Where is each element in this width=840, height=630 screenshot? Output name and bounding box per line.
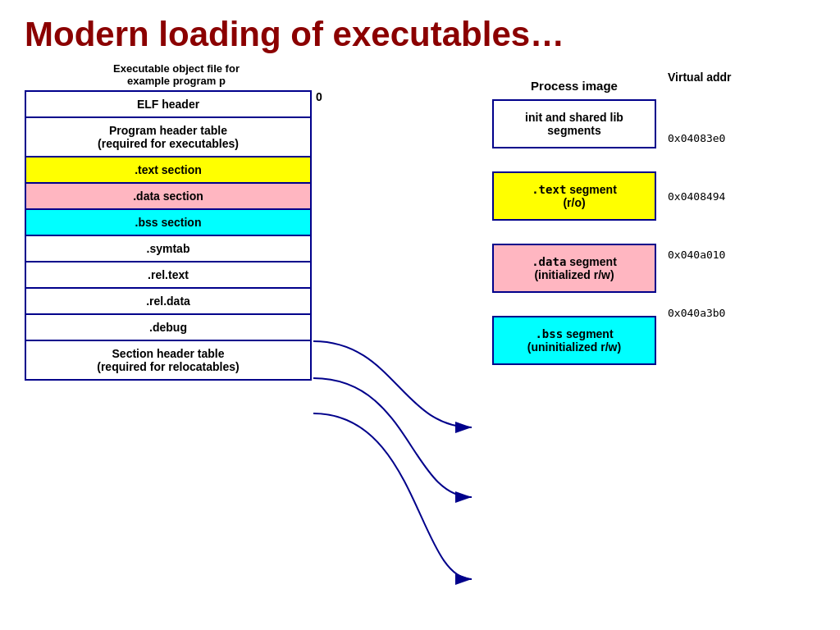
process-image-label: Process image bbox=[492, 79, 656, 93]
vaddr-label: Virtual addr bbox=[668, 71, 732, 84]
elf-row-debug: .debug bbox=[26, 315, 310, 341]
elf-file-column: Executable object file for example progr… bbox=[25, 62, 328, 381]
elf-row-bss: .bss section bbox=[26, 210, 310, 236]
process-box-text: .text segment(r/o) bbox=[492, 171, 656, 221]
vaddr-val-2: 0x040a010 bbox=[668, 249, 732, 261]
vaddr-val-0: 0x04083e0 bbox=[668, 132, 732, 144]
process-box-bss: .bss segment(uninitialized r/w) bbox=[492, 316, 656, 365]
zero-label: 0 bbox=[316, 90, 322, 103]
elf-row-sht: Section header table(required for reloca… bbox=[26, 341, 310, 379]
elf-row-data: .data section bbox=[26, 184, 310, 210]
elf-row-text: .text section bbox=[26, 158, 310, 184]
elf-row-pht: Program header table(required for execut… bbox=[26, 118, 310, 158]
elf-row-header: ELF header bbox=[26, 92, 310, 118]
process-box-init: init and shared libsegments bbox=[492, 99, 656, 148]
vaddr-val-1: 0x0408494 bbox=[668, 190, 732, 203]
process-box-data: .data segment(initialized r/w) bbox=[492, 244, 656, 293]
title: Modern loading of executables… bbox=[0, 0, 840, 62]
elf-row-reldata: .rel.data bbox=[26, 289, 310, 315]
process-image-column: Process image init and shared libsegment… bbox=[492, 79, 656, 365]
elf-row-reltext: .rel.text bbox=[26, 262, 310, 289]
elf-row-symtab: .symtab bbox=[26, 236, 310, 262]
vaddr-column: Virtual addr 0x04083e0 0x0408494 0x040a0… bbox=[668, 71, 732, 319]
elf-table: ELF header Program header table(required… bbox=[25, 90, 312, 381]
file-label: Executable object file for example progr… bbox=[113, 62, 240, 87]
vaddr-val-3: 0x040a3b0 bbox=[668, 307, 732, 319]
